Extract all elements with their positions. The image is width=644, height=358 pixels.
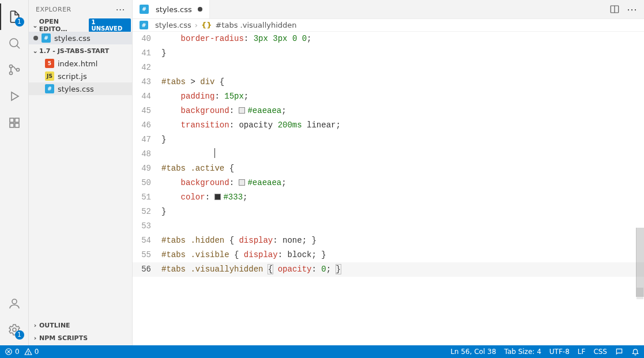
line-content[interactable]: color: #333;: [161, 190, 644, 205]
line-content[interactable]: transition: opacity 200ms linear;: [161, 118, 644, 133]
breadcrumb-symbol[interactable]: #tabs .visuallyhidden: [216, 21, 297, 29]
code-line[interactable]: 49#tabs .active {: [133, 161, 644, 176]
line-content[interactable]: [161, 147, 644, 161]
code-line[interactable]: 52}: [133, 205, 644, 219]
scrollbar-pos[interactable]: [637, 288, 643, 299]
code-line[interactable]: 50 background: #eaeaea;: [133, 176, 644, 190]
code-line[interactable]: 56#tabs .visuallyhidden { opacity: 0; }: [133, 262, 644, 277]
code-line[interactable]: 40 border-radius: 3px 3px 0 0;: [133, 32, 644, 46]
search-icon[interactable]: [0, 30, 29, 56]
line-content[interactable]: #tabs .visuallyhidden { opacity: 0; }: [161, 262, 644, 277]
status-eol[interactable]: LF: [578, 348, 586, 356]
editor-more-icon[interactable]: ⋯: [627, 3, 637, 16]
line-content[interactable]: background: #eaeaea;: [161, 104, 644, 118]
npm-scripts-section[interactable]: › NPM SCRIPTS: [29, 331, 132, 344]
editor-tab[interactable]: # styles.css: [133, 0, 210, 18]
line-content[interactable]: [161, 61, 644, 75]
status-position[interactable]: Ln 56, Col 38: [450, 348, 496, 356]
line-content[interactable]: padding: 15px;: [161, 89, 644, 104]
open-editor-item[interactable]: # styles.css: [29, 32, 132, 44]
split-editor-icon[interactable]: [609, 4, 620, 14]
line-number: 46: [133, 118, 161, 133]
activity-bar: 1 1: [0, 0, 29, 345]
line-number: 54: [133, 233, 161, 248]
chevron-right-icon: ›: [31, 322, 39, 329]
status-errors-count: 0: [15, 348, 20, 356]
line-content[interactable]: background: #eaeaea;: [161, 176, 644, 190]
code-line[interactable]: 54#tabs .hidden { display: none; }: [133, 233, 644, 248]
file-item-script[interactable]: JS script.js: [29, 70, 132, 82]
status-warnings-count: 0: [35, 348, 39, 356]
svg-point-12: [28, 353, 28, 354]
breadcrumbs[interactable]: # styles.css › {} #tabs .visuallyhidden: [133, 19, 644, 32]
code-line[interactable]: 44 padding: 15px;: [133, 89, 644, 104]
source-control-icon[interactable]: [0, 56, 29, 83]
line-content[interactable]: #tabs .hidden { display: none; }: [161, 233, 644, 248]
modified-dot-icon: [198, 7, 202, 12]
status-encoding[interactable]: UTF-8: [549, 348, 570, 356]
code-line[interactable]: 53: [133, 219, 644, 233]
file-item-index[interactable]: 5 index.html: [29, 57, 132, 70]
run-debug-icon[interactable]: [0, 83, 29, 110]
file-label: index.html: [58, 59, 97, 68]
sidebar: EXPLORER ⋯ ⌄ OPEN EDITO… 1 UNSAVED # sty…: [29, 0, 133, 345]
svg-rect-7: [15, 118, 19, 122]
modified-dot-icon: [33, 36, 38, 40]
code-line[interactable]: 45 background: #eaeaea;: [133, 104, 644, 118]
code-line[interactable]: 46 transition: opacity 200ms linear;: [133, 118, 644, 133]
line-content[interactable]: }: [161, 205, 644, 219]
notifications-icon[interactable]: [631, 348, 639, 356]
svg-point-0: [10, 39, 18, 47]
svg-rect-6: [15, 123, 19, 127]
line-content[interactable]: [161, 219, 644, 233]
outline-label: OUTLINE: [39, 322, 70, 329]
line-content[interactable]: border-radius: 3px 3px 0 0;: [161, 32, 644, 46]
unsaved-badge: 1 UNSAVED: [89, 18, 131, 32]
code-editor[interactable]: 40 border-radius: 3px 3px 0 0;41}4243#ta…: [133, 32, 644, 345]
line-content[interactable]: }: [161, 133, 644, 147]
sidebar-title: EXPLORER: [36, 6, 116, 13]
code-line[interactable]: 43#tabs > div {: [133, 75, 644, 89]
scrollbar-thumb[interactable]: [636, 228, 644, 297]
code-line[interactable]: 47}: [133, 133, 644, 147]
line-content[interactable]: #tabs > div {: [161, 75, 644, 89]
explorer-icon[interactable]: 1: [0, 3, 29, 30]
file-label: script.js: [58, 72, 87, 81]
outline-section[interactable]: › OUTLINE: [29, 319, 132, 331]
code-line[interactable]: 42: [133, 61, 644, 75]
line-content[interactable]: #tabs .visible { display: block; }: [161, 248, 644, 262]
line-number: 56: [133, 262, 161, 277]
code-line[interactable]: 51 color: #333;: [133, 190, 644, 205]
extensions-icon[interactable]: [0, 110, 29, 136]
sidebar-more-icon[interactable]: ⋯: [116, 4, 126, 15]
settings-icon[interactable]: 1: [0, 316, 29, 343]
svg-point-8: [12, 299, 17, 304]
code-line[interactable]: 48: [133, 147, 644, 161]
explorer-badge: 1: [15, 17, 24, 27]
status-errors[interactable]: 0: [5, 348, 20, 356]
file-item-styles[interactable]: # styles.css: [29, 82, 132, 95]
line-number: 53: [133, 219, 161, 233]
npm-label: NPM SCRIPTS: [39, 334, 88, 342]
html-file-icon: 5: [45, 59, 54, 68]
folder-section[interactable]: ⌄ 1.7 - JS-TABS-START: [29, 44, 132, 57]
feedback-icon[interactable]: [615, 348, 623, 356]
status-warnings[interactable]: 0: [24, 348, 39, 356]
css-file-icon: #: [42, 33, 51, 43]
status-tabsize[interactable]: Tab Size: 4: [504, 348, 541, 356]
svg-point-1: [9, 65, 12, 68]
line-number: 50: [133, 176, 161, 190]
chevron-right-icon: ›: [195, 21, 198, 29]
open-editors-section[interactable]: ⌄ OPEN EDITO… 1 UNSAVED: [29, 19, 132, 32]
code-line[interactable]: 55#tabs .visible { display: block; }: [133, 248, 644, 262]
account-icon[interactable]: [0, 290, 29, 316]
chevron-right-icon: ›: [31, 334, 39, 342]
line-number: 44: [133, 89, 161, 104]
code-line[interactable]: 41}: [133, 46, 644, 61]
status-language[interactable]: CSS: [593, 348, 607, 356]
breadcrumb-file[interactable]: styles.css: [155, 21, 191, 29]
line-content[interactable]: #tabs .active {: [161, 161, 644, 176]
settings-badge: 1: [15, 330, 24, 340]
chevron-down-icon: ⌄: [31, 22, 39, 29]
line-content[interactable]: }: [161, 46, 644, 61]
